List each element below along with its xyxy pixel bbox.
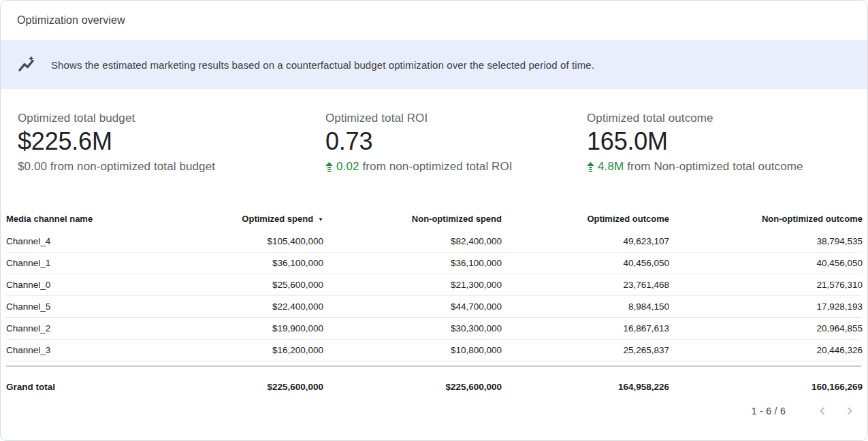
grand-total-label: Grand total	[6, 382, 142, 392]
table-row: Channel_5 $22,400,000 $44,700,000 8,984,…	[6, 296, 861, 318]
kpi-delta-text: $0.00 from non-optimized total budget	[18, 160, 215, 174]
cell-optimized-outcome: 16,867,613	[502, 323, 669, 333]
column-header-optimized-spend[interactable]: Optimized spend ▼	[142, 214, 323, 224]
cell-optimized-spend: $19,900,000	[142, 323, 323, 333]
chevron-left-icon	[816, 404, 829, 418]
kpi-row: Optimized total budget $225.6M $0.00 fro…	[1, 89, 867, 174]
cell-non-optimized-spend: $30,300,000	[323, 323, 502, 333]
column-header-optimized-outcome[interactable]: Optimized outcome	[502, 214, 669, 224]
grand-total-non-optimized-spend: $225,600,000	[323, 382, 502, 392]
chevron-right-icon	[843, 404, 856, 418]
table-row: Channel_1 $36,100,000 $36,100,000 40,456…	[6, 252, 861, 274]
cell-optimized-outcome: 23,761,468	[502, 280, 669, 290]
kpi-delta-line: $0.00 from non-optimized total budget	[18, 160, 308, 174]
next-page-button[interactable]	[841, 403, 858, 419]
table-body: Channel_4 $105,400,000 $82,400,000 49,62…	[6, 231, 861, 361]
kpi-value: 165.0M	[587, 127, 867, 157]
cell-non-optimized-outcome: 20,964,855	[669, 323, 863, 333]
table-header-row: Media channel name Optimized spend ▼ Non…	[6, 214, 861, 231]
column-header-label: Optimized spend	[242, 214, 313, 224]
cell-optimized-outcome: 8,984,150	[502, 301, 669, 312]
cell-optimized-outcome: 25,265,837	[502, 345, 669, 355]
info-banner: Shows the estimated marketing results ba…	[1, 40, 867, 89]
column-header-media-channel-name[interactable]: Media channel name	[6, 214, 142, 224]
kpi-optimized-total-budget: Optimized total budget $225.6M $0.00 fro…	[1, 112, 308, 174]
cell-optimized-spend: $16,200,000	[142, 345, 323, 355]
page-range-label: 1 - 6 / 6	[752, 406, 786, 416]
card-header: Optimization overview	[1, 1, 867, 40]
kpi-optimized-total-roi: Optimized total ROI 0.73 0.02 from non-o…	[308, 112, 570, 174]
cell-non-optimized-outcome: 40,456,050	[669, 258, 863, 268]
cell-non-optimized-spend: $10,800,000	[323, 345, 502, 355]
kpi-delta-line: 4.8M from Non-optimized total outcome	[587, 160, 867, 174]
table-pagination: 1 - 6 / 6	[1, 399, 867, 419]
grand-total-optimized-spend: $225,600,000	[142, 382, 323, 392]
kpi-delta-text: from non-optimized total ROI	[363, 160, 513, 174]
grand-total-non-optimized-outcome: 160,166,269	[669, 382, 863, 392]
kpi-label: Optimized total budget	[18, 112, 308, 125]
column-header-non-optimized-spend[interactable]: Non-optimized spend	[323, 214, 502, 224]
sort-desc-icon: ▼	[318, 216, 323, 223]
cell-optimized-spend: $105,400,000	[142, 236, 323, 246]
optimization-overview-card: Optimization overview Shows the estimate…	[0, 0, 868, 441]
cell-optimized-spend: $25,600,000	[142, 280, 323, 290]
kpi-delta-value: 4.8M	[598, 160, 624, 174]
cell-channel-name: Channel_4	[6, 236, 142, 246]
kpi-label: Optimized total outcome	[587, 112, 867, 125]
previous-page-button[interactable]	[814, 403, 831, 419]
kpi-value: 0.73	[325, 127, 570, 157]
cell-non-optimized-spend: $82,400,000	[323, 236, 502, 246]
page-title: Optimization overview	[17, 14, 125, 27]
cell-optimized-spend: $22,400,000	[142, 301, 323, 312]
grand-total-optimized-outcome: 164,958,226	[502, 382, 669, 392]
kpi-label: Optimized total ROI	[325, 112, 570, 125]
cell-optimized-spend: $36,100,000	[142, 258, 323, 268]
cell-non-optimized-outcome: 38,794,535	[669, 236, 863, 246]
arrow-up-positive-icon	[587, 162, 594, 172]
cell-channel-name: Channel_3	[6, 345, 142, 355]
kpi-delta-line: 0.02 from non-optimized total ROI	[325, 160, 570, 174]
cell-non-optimized-spend: $21,300,000	[323, 280, 502, 290]
cell-channel-name: Channel_5	[6, 301, 142, 312]
table-row: Channel_0 $25,600,000 $21,300,000 23,761…	[6, 274, 861, 296]
cell-channel-name: Channel_1	[6, 258, 142, 268]
table-row: Channel_4 $105,400,000 $82,400,000 49,62…	[6, 231, 861, 252]
cell-channel-name: Channel_2	[6, 323, 142, 333]
cell-channel-name: Channel_0	[6, 280, 142, 290]
kpi-optimized-total-outcome: Optimized total outcome 165.0M 4.8M from…	[570, 112, 867, 174]
cell-non-optimized-outcome: 20,446,326	[669, 345, 863, 355]
cell-optimized-outcome: 40,456,050	[502, 258, 669, 268]
arrow-up-positive-icon	[325, 162, 333, 172]
insights-icon	[17, 55, 36, 74]
table-row: Channel_3 $16,200,000 $10,800,000 25,265…	[6, 340, 861, 361]
column-header-non-optimized-outcome[interactable]: Non-optimized outcome	[669, 214, 863, 224]
table-row: Channel_2 $19,900,000 $30,300,000 16,867…	[6, 318, 861, 340]
kpi-delta-text: from Non-optimized total outcome	[627, 160, 803, 174]
media-channel-table: Media channel name Optimized spend ▼ Non…	[6, 214, 861, 399]
kpi-delta-value: 0.02	[336, 160, 359, 174]
cell-non-optimized-spend: $36,100,000	[323, 258, 502, 268]
kpi-value: $225.6M	[18, 127, 308, 157]
cell-non-optimized-outcome: 17,928,193	[669, 301, 863, 312]
banner-description: Shows the estimated marketing results ba…	[51, 59, 594, 71]
grand-total-row: Grand total $225,600,000 $225,600,000 16…	[6, 367, 861, 399]
cell-non-optimized-outcome: 21,576,310	[669, 280, 863, 290]
cell-non-optimized-spend: $44,700,000	[323, 301, 502, 312]
cell-optimized-outcome: 49,623,107	[502, 236, 669, 246]
